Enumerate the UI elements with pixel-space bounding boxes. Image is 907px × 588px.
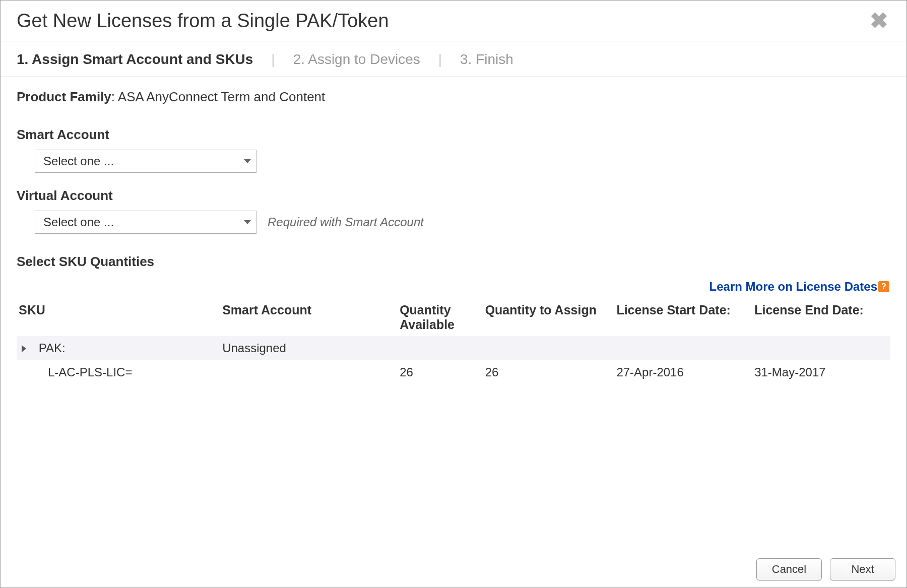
sku-qty-available: 26 bbox=[398, 360, 483, 384]
sku-smart-account bbox=[220, 360, 398, 384]
sku-start-date: 27-Apr-2016 bbox=[614, 360, 752, 384]
learn-more-row: Learn More on License Dates? bbox=[17, 280, 890, 294]
product-family-label: Product Family bbox=[17, 89, 111, 104]
sku-table: SKU Smart Account Quantity Available Qua… bbox=[17, 299, 890, 384]
virtual-account-hint: Required with Smart Account bbox=[268, 215, 424, 229]
wizard-steps: 1. Assign Smart Account and SKUs | 2. As… bbox=[1, 41, 906, 77]
virtual-account-select[interactable]: Select one ... bbox=[35, 211, 256, 234]
step-2[interactable]: 2. Assign to Devices bbox=[293, 51, 420, 68]
dialog: Get New Licenses from a Single PAK/Token… bbox=[0, 0, 907, 588]
step-3[interactable]: 3. Finish bbox=[460, 51, 513, 68]
virtual-account-label: Virtual Account bbox=[17, 188, 890, 204]
sku-qty-assign: 26 bbox=[483, 360, 615, 384]
product-family-value: ASA AnyConnect Term and Content bbox=[118, 89, 325, 104]
help-icon[interactable]: ? bbox=[878, 281, 889, 292]
sku-end-date: 31-May-2017 bbox=[752, 360, 890, 384]
pak-smart-account: Unassigned bbox=[220, 336, 398, 360]
col-qty-assign: Quantity to Assign bbox=[483, 299, 615, 336]
chevron-down-icon bbox=[244, 220, 251, 224]
col-sku: SKU bbox=[17, 299, 220, 336]
sku-row[interactable]: L-AC-PLS-LIC= 26 26 27-Apr-2016 31-May-2… bbox=[17, 360, 890, 384]
virtual-account-selected: Select one ... bbox=[43, 215, 114, 229]
smart-account-select[interactable]: Select one ... bbox=[35, 150, 256, 173]
pak-label: PAK: bbox=[39, 341, 66, 355]
cancel-button[interactable]: Cancel bbox=[756, 558, 822, 580]
dialog-footer: Cancel Next bbox=[1, 551, 906, 587]
learn-more-link[interactable]: Learn More on License Dates bbox=[709, 280, 877, 293]
col-smart-account: Smart Account bbox=[220, 299, 398, 336]
smart-account-field: Smart Account Select one ... bbox=[17, 127, 890, 173]
col-start-date: License Start Date: bbox=[614, 299, 752, 336]
smart-account-selected: Select one ... bbox=[43, 154, 114, 168]
dialog-title: Get New Licenses from a Single PAK/Token bbox=[17, 10, 389, 32]
chevron-down-icon bbox=[244, 159, 251, 163]
virtual-account-field: Virtual Account Select one ... Required … bbox=[17, 188, 890, 234]
smart-account-label: Smart Account bbox=[17, 127, 890, 143]
pak-row[interactable]: PAK: Unassigned bbox=[17, 336, 890, 360]
sku-section-heading: Select SKU Quantities bbox=[17, 254, 890, 270]
expand-icon[interactable] bbox=[22, 345, 26, 352]
next-button[interactable]: Next bbox=[830, 558, 895, 580]
product-family-line: Product Family: ASA AnyConnect Term and … bbox=[17, 89, 890, 105]
col-qty-available: Quantity Available bbox=[398, 299, 483, 336]
dialog-body: Product Family: ASA AnyConnect Term and … bbox=[1, 77, 906, 551]
step-1[interactable]: 1. Assign Smart Account and SKUs bbox=[17, 51, 253, 68]
close-icon[interactable]: ✖ bbox=[867, 10, 891, 32]
step-separator: | bbox=[438, 51, 442, 68]
sku-cell: L-AC-PLS-LIC= bbox=[17, 360, 220, 384]
col-end-date: License End Date: bbox=[752, 299, 890, 336]
dialog-header: Get New Licenses from a Single PAK/Token… bbox=[1, 1, 906, 41]
step-separator: | bbox=[271, 51, 275, 68]
